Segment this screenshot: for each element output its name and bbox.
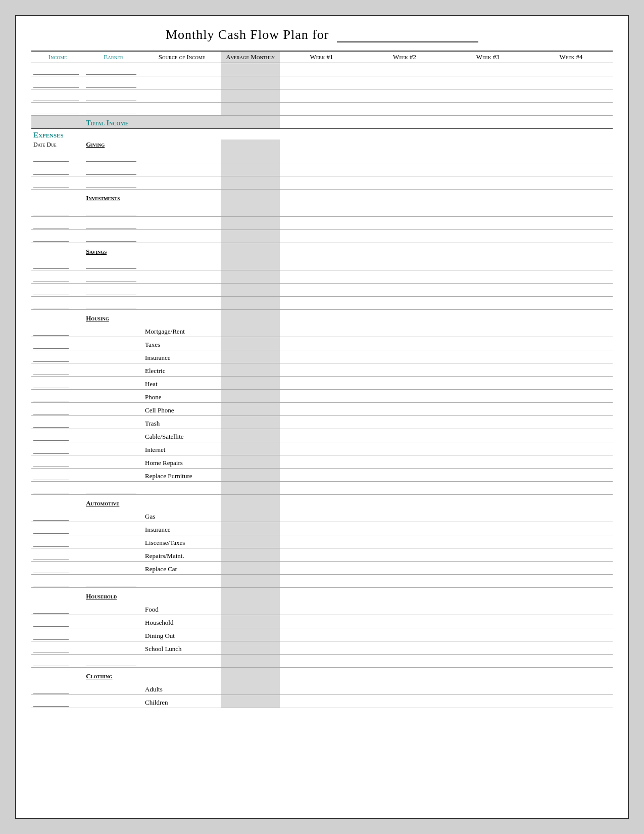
housing-row-trash: Trash xyxy=(31,415,613,429)
h-heat-w2 xyxy=(363,376,447,389)
s2-item xyxy=(84,270,143,283)
h-cell-w2 xyxy=(363,402,447,415)
income-week2-1 xyxy=(363,63,447,76)
h-phone-w1 xyxy=(280,389,363,402)
cl-adults-w1 xyxy=(280,681,363,694)
housing-row-cable: Cable/Satellite xyxy=(31,429,613,442)
sav-row-2 xyxy=(31,270,613,283)
hh-lun-w3 xyxy=(446,641,529,654)
i3-avg xyxy=(221,229,280,243)
giving-header-row: Date Due Giving xyxy=(31,140,613,150)
i3-w3 xyxy=(446,229,529,243)
h-cell-avg xyxy=(221,402,280,415)
hou-w2-h xyxy=(363,309,447,323)
h-rep-w4 xyxy=(529,455,613,468)
h-inet-w1 xyxy=(280,442,363,455)
income-week1-2 xyxy=(280,76,363,89)
g3-w3 xyxy=(446,176,529,189)
g1-w2 xyxy=(363,150,447,163)
h-elec-date xyxy=(31,363,84,376)
h-elec-item xyxy=(84,363,143,376)
inv-w4-h xyxy=(529,189,613,203)
g2-avg xyxy=(221,163,280,176)
h-heat-item xyxy=(84,376,143,389)
cl-w2-h xyxy=(363,667,447,681)
auto-w1-h xyxy=(280,494,363,508)
h-elec-avg xyxy=(221,363,280,376)
giving-week1-header xyxy=(280,140,363,150)
hh-food-item xyxy=(84,601,143,615)
income-avg-4 xyxy=(221,103,280,116)
a-blank-w4 xyxy=(529,574,613,587)
income-week4-3 xyxy=(529,89,613,103)
s1-w1 xyxy=(280,257,363,270)
income-week2-2 xyxy=(363,76,447,89)
h-elec-w4 xyxy=(529,363,613,376)
h-trash-date xyxy=(31,415,84,429)
a-lic-date xyxy=(31,535,84,548)
h-trash-source: Trash xyxy=(143,415,221,429)
g3-w4 xyxy=(529,176,613,189)
housing-label-cell: Housing xyxy=(84,309,143,323)
inv-w1-h xyxy=(280,189,363,203)
cl-child-w1 xyxy=(280,694,363,708)
income-source-3 xyxy=(143,89,221,103)
h-taxes-source: Taxes xyxy=(143,337,221,350)
sav-w2-h xyxy=(363,243,447,257)
cl-w3-h xyxy=(446,667,529,681)
col-header-week4: Week #4 xyxy=(529,51,613,63)
i3-item xyxy=(84,229,143,243)
i3-w2 xyxy=(363,229,447,243)
s4-w1 xyxy=(280,296,363,309)
income-week1-1 xyxy=(280,63,363,76)
a-gas-w3 xyxy=(446,508,529,522)
h-trash-w3 xyxy=(446,415,529,429)
hh-w4-h xyxy=(529,587,613,601)
hh-row-lunch: School Lunch xyxy=(31,641,613,654)
s2-w1 xyxy=(280,270,363,283)
housing-row-heat: Heat xyxy=(31,376,613,389)
col-header-source: Source of Income xyxy=(143,51,221,63)
h-furn-avg xyxy=(221,468,280,481)
h-ins-item xyxy=(84,350,143,363)
g2-item xyxy=(84,163,143,176)
avg-text: Average Monthly xyxy=(223,53,278,61)
s3-item xyxy=(84,283,143,296)
hh-date-col xyxy=(31,587,84,601)
hh-lun-item xyxy=(84,641,143,654)
hh-din-item xyxy=(84,628,143,641)
h-mortgage-date xyxy=(31,323,84,337)
h-elec-w2 xyxy=(363,363,447,376)
s2-w2 xyxy=(363,270,447,283)
a-ins-w3 xyxy=(446,522,529,535)
auto-row-gas: Gas xyxy=(31,508,613,522)
housing-row-blank xyxy=(31,481,613,494)
housing-row-cellphone: Cell Phone xyxy=(31,402,613,415)
h-blank-w4 xyxy=(529,481,613,494)
h-mortgage-item xyxy=(84,323,143,337)
cl-w4-h xyxy=(529,667,613,681)
giving-row-3 xyxy=(31,176,613,189)
g2-source xyxy=(143,163,221,176)
inv-w3-h xyxy=(446,189,529,203)
s2-avg xyxy=(221,270,280,283)
income-row-3 xyxy=(31,89,613,103)
h-phone-item xyxy=(84,389,143,402)
i1-w3 xyxy=(446,203,529,216)
a-rcar-avg xyxy=(221,561,280,574)
i2-date xyxy=(31,216,84,229)
h-furn-w1 xyxy=(280,468,363,481)
h-furn-source: Replace Furniture xyxy=(143,468,221,481)
hou-avg-h xyxy=(221,309,280,323)
cl-child-w3 xyxy=(446,694,529,708)
auto-avg-h xyxy=(221,494,280,508)
expenses-label: Expenses xyxy=(33,131,64,139)
i2-source xyxy=(143,216,221,229)
h-ins-w4 xyxy=(529,350,613,363)
h-ins-w2 xyxy=(363,350,447,363)
s4-w2 xyxy=(363,296,447,309)
hh-w3-h xyxy=(446,587,529,601)
s4-w3 xyxy=(446,296,529,309)
cl-adults-w2 xyxy=(363,681,447,694)
h-rep-w1 xyxy=(280,455,363,468)
